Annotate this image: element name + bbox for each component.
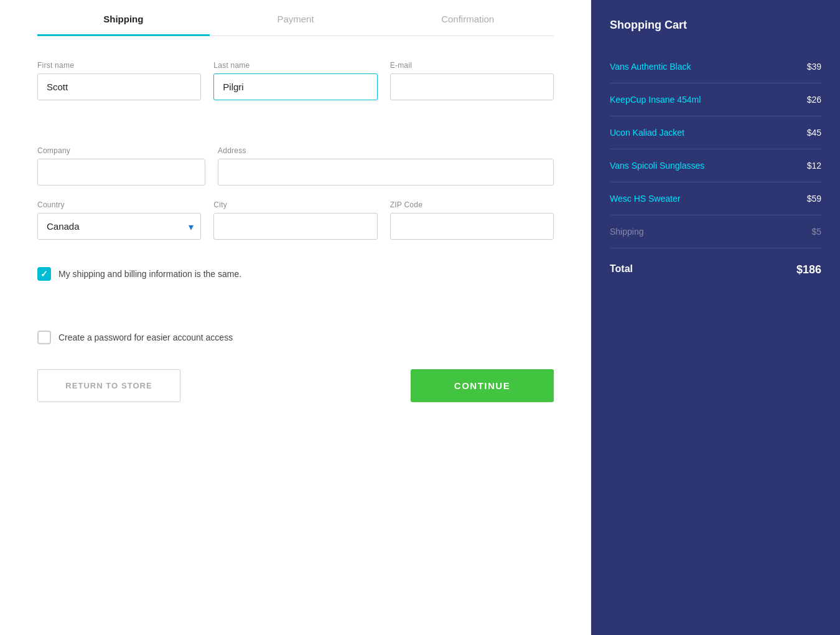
create-password-label: Create a password for easier account acc… xyxy=(58,332,233,342)
cart-item-name: Vans Authentic Black xyxy=(610,62,691,72)
cart-item-name: KeepCup Insane 454ml xyxy=(610,95,701,105)
shipping-price: $5 xyxy=(811,227,821,237)
city-input[interactable] xyxy=(213,213,377,240)
last-name-input[interactable] xyxy=(213,73,377,100)
shipping-label: Shipping xyxy=(610,227,644,237)
email-label: E-mail xyxy=(390,61,554,70)
total-amount: $186 xyxy=(796,263,821,276)
same-billing-label: My shipping and billing information is t… xyxy=(58,269,241,279)
cart-item-price: $45 xyxy=(807,128,821,138)
name-email-row: First name Last name E-mail xyxy=(37,61,554,100)
same-billing-row[interactable]: My shipping and billing information is t… xyxy=(37,267,554,281)
shopping-cart-sidebar: Shopping Cart Vans Authentic Black $39 K… xyxy=(591,0,840,635)
cart-item: KeepCup Insane 454ml $26 xyxy=(610,83,821,116)
checkout-steps: Shipping Payment Confirmation xyxy=(37,0,554,36)
last-name-label: Last name xyxy=(213,61,377,70)
cart-item-name: Ucon Kaliad Jacket xyxy=(610,128,684,138)
create-password-checkbox[interactable] xyxy=(37,331,51,344)
same-billing-checkbox[interactable] xyxy=(37,267,51,281)
cart-item-name: Vans Spicoli Sunglasses xyxy=(610,161,704,171)
email-group: E-mail xyxy=(390,61,554,100)
cart-item-price: $12 xyxy=(807,161,821,171)
city-label: City xyxy=(213,200,377,209)
step-confirmation[interactable]: Confirmation xyxy=(381,0,554,35)
country-select[interactable]: Canada United States United Kingdom Aust… xyxy=(37,213,201,240)
create-password-row[interactable]: Create a password for easier account acc… xyxy=(37,331,554,344)
country-select-wrapper: Canada United States United Kingdom Aust… xyxy=(37,213,201,240)
step-shipping[interactable]: Shipping xyxy=(37,0,210,35)
main-section: Shipping Payment Confirmation First name… xyxy=(0,0,591,635)
total-label: Total xyxy=(610,263,633,276)
first-name-group: First name xyxy=(37,61,201,100)
location-row: Country Canada United States United King… xyxy=(37,200,554,240)
zip-label: ZIP Code xyxy=(390,200,554,209)
last-name-group: Last name xyxy=(213,61,377,100)
email-input[interactable] xyxy=(390,73,554,100)
cart-item-price: $26 xyxy=(807,95,821,105)
address-group: Address xyxy=(218,146,554,186)
address-label: Address xyxy=(218,146,554,155)
return-to-store-button[interactable]: RETURN TO STORE xyxy=(37,369,180,402)
step-payment[interactable]: Payment xyxy=(210,0,382,35)
first-name-input[interactable] xyxy=(37,73,201,100)
cart-items-list: Vans Authentic Black $39 KeepCup Insane … xyxy=(610,50,821,215)
shipping-form: First name Last name E-mail Company Addr… xyxy=(37,61,554,402)
cart-shipping-row: Shipping $5 xyxy=(610,215,821,248)
company-address-row: Company Address xyxy=(37,146,554,186)
continue-button[interactable]: CONTINUE xyxy=(411,369,554,402)
zip-input[interactable] xyxy=(390,213,554,240)
cart-item-price: $39 xyxy=(807,62,821,72)
country-group: Country Canada United States United King… xyxy=(37,200,201,240)
first-name-label: First name xyxy=(37,61,201,70)
cart-item-name: Wesc HS Sweater xyxy=(610,194,680,204)
form-buttons: RETURN TO STORE CONTINUE xyxy=(37,369,554,402)
address-input[interactable] xyxy=(218,159,554,186)
company-label: Company xyxy=(37,146,205,155)
city-group: City xyxy=(213,200,377,240)
cart-title: Shopping Cart xyxy=(610,19,821,32)
zip-group: ZIP Code xyxy=(390,200,554,240)
company-group: Company xyxy=(37,146,205,186)
cart-item: Vans Authentic Black $39 xyxy=(610,50,821,83)
cart-item: Ucon Kaliad Jacket $45 xyxy=(610,116,821,149)
cart-item: Vans Spicoli Sunglasses $12 xyxy=(610,149,821,182)
cart-item: Wesc HS Sweater $59 xyxy=(610,182,821,215)
country-label: Country xyxy=(37,200,201,209)
cart-item-price: $59 xyxy=(807,194,821,204)
company-input[interactable] xyxy=(37,159,205,186)
cart-total-row: Total $186 xyxy=(610,248,821,276)
